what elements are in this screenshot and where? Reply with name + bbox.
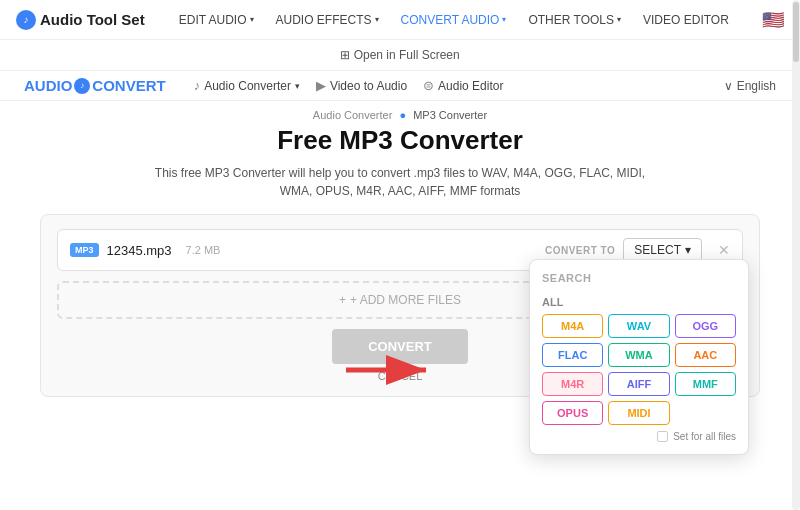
inner-brand-text2: CONVERT [92,77,165,94]
music-icon: ♪ [194,78,201,93]
inner-brand[interactable]: AUDIO ♪ CONVERT [24,77,166,94]
inner-nav: AUDIO ♪ CONVERT ♪ Audio Converter ▾ ▶ Vi… [0,71,800,101]
converter-box: MP3 12345.mp3 7.2 MB CONVERT TO SELECT ▾… [40,214,760,397]
format-m4r[interactable]: M4R [542,372,603,396]
inner-nav-audio-converter[interactable]: ♪ Audio Converter ▾ [194,78,300,93]
language-selector[interactable]: ∨ English [724,79,776,93]
convert-button[interactable]: CONVERT [332,329,468,364]
file-size: 7.2 MB [186,244,221,256]
fullscreen-bar[interactable]: ⊞ Open in Full Screen [0,40,800,71]
plus-icon: + [339,293,346,307]
all-formats-button[interactable]: ALL [542,292,736,312]
nav-convert-audio[interactable]: CONVERT AUDIO ▾ [391,9,517,31]
format-wav[interactable]: WAV [608,314,669,338]
breadcrumb-sep: ● [399,109,406,121]
chevron-icon: ▾ [295,81,300,91]
inner-nav-video-to-audio[interactable]: ▶ Video to Audio [316,78,407,93]
format-m4a[interactable]: M4A [542,314,603,338]
language-flag[interactable]: 🇺🇸 [762,9,784,31]
format-midi[interactable]: MIDI [608,401,669,425]
chevron-icon: ▾ [375,15,379,24]
sliders-icon: ⊜ [423,78,434,93]
nav-items: EDIT AUDIO ▾ AUDIO EFFECTS ▾ CONVERT AUD… [169,9,762,31]
mp3-badge: MP3 [70,243,99,257]
inner-brand-text: AUDIO [24,77,72,94]
format-opus[interactable]: OPUS [542,401,603,425]
format-wma[interactable]: WMA [608,343,669,367]
chevron-icon: ▾ [617,15,621,24]
set-all-checkbox[interactable] [657,431,668,442]
fullscreen-label: ⊞ Open in Full Screen [340,48,459,62]
set-all-label: Set for all files [673,431,736,442]
page-title: Free MP3 Converter [40,125,760,156]
format-aiff[interactable]: AIFF [608,372,669,396]
video-icon: ▶ [316,78,326,93]
inner-nav-audio-editor[interactable]: ⊜ Audio Editor [423,78,503,93]
brand-name: Audio Tool Set [40,11,145,28]
set-for-all-row: Set for all files [542,431,736,442]
brand-logo[interactable]: ♪ Audio Tool Set [16,10,145,30]
format-mmf[interactable]: MMF [675,372,736,396]
dropdown-search-label: SEARCH [542,272,736,284]
breadcrumb: Audio Converter ● MP3 Converter [0,101,800,125]
file-name: 12345.mp3 [107,243,172,258]
nav-edit-audio[interactable]: EDIT AUDIO ▾ [169,9,264,31]
convert-to-label: CONVERT TO [545,245,615,256]
page-description: This free MP3 Converter will help you to… [150,164,650,200]
chevron-icon: ▾ [250,15,254,24]
chevron-down-icon: ▾ [685,243,691,257]
nav-other-tools[interactable]: OTHER TOOLS ▾ [518,9,631,31]
chevron-icon: ▾ [502,15,506,24]
breadcrumb-current: MP3 Converter [413,109,487,121]
format-ogg[interactable]: OGG [675,314,736,338]
format-dropdown: SEARCH ALL M4A WAV OGG FLAC WMA AAC M4R … [529,259,749,455]
nav-video-editor[interactable]: VIDEO EDITOR [633,9,739,31]
format-flac[interactable]: FLAC [542,343,603,367]
format-grid: M4A WAV OGG FLAC WMA AAC M4R AIFF MMF OP… [542,314,736,425]
inner-brand-icon: ♪ [74,78,90,94]
breadcrumb-parent[interactable]: Audio Converter [313,109,393,121]
top-nav: ♪ Audio Tool Set EDIT AUDIO ▾ AUDIO EFFE… [0,0,800,40]
main-content: Free MP3 Converter This free MP3 Convert… [0,125,800,397]
format-aac[interactable]: AAC [675,343,736,367]
brand-icon: ♪ [16,10,36,30]
scrollbar[interactable] [792,0,800,510]
scrollbar-thumb[interactable] [793,2,799,62]
nav-audio-effects[interactable]: AUDIO EFFECTS ▾ [266,9,389,31]
close-icon[interactable]: ✕ [718,242,730,258]
